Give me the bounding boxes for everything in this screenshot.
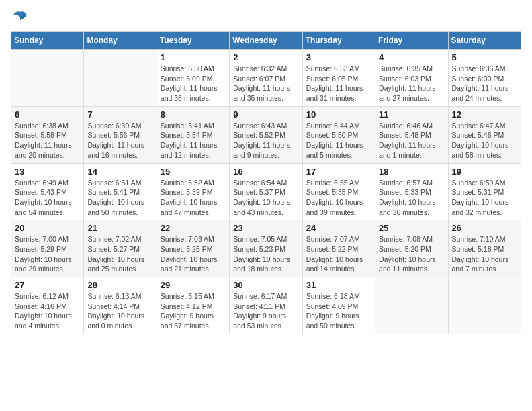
day-number: 19 xyxy=(452,167,517,177)
weekday-header-wednesday: Wednesday xyxy=(230,32,302,50)
calendar-week-5: 27Sunrise: 6:12 AM Sunset: 4:16 PM Dayli… xyxy=(11,277,521,334)
day-number: 31 xyxy=(306,280,371,290)
day-number: 30 xyxy=(233,280,298,290)
calendar-cell: 16Sunrise: 6:54 AM Sunset: 5:37 PM Dayli… xyxy=(230,163,302,220)
calendar-week-2: 6Sunrise: 6:38 AM Sunset: 5:58 PM Daylig… xyxy=(11,106,521,163)
day-number: 5 xyxy=(452,52,517,62)
weekday-header-sunday: Sunday xyxy=(11,32,84,50)
weekday-header-thursday: Thursday xyxy=(302,32,375,50)
day-number: 3 xyxy=(306,52,371,62)
calendar-cell: 19Sunrise: 6:59 AM Sunset: 5:31 PM Dayli… xyxy=(448,163,521,220)
day-number: 11 xyxy=(379,109,444,120)
day-info: Sunrise: 6:13 AM Sunset: 4:14 PM Dayligh… xyxy=(87,291,152,331)
calendar-cell: 9Sunrise: 6:43 AM Sunset: 5:52 PM Daylig… xyxy=(230,106,302,163)
logo xyxy=(11,11,28,24)
calendar-cell: 31Sunrise: 6:18 AM Sunset: 4:09 PM Dayli… xyxy=(302,277,375,334)
calendar-cell: 21Sunrise: 7:02 AM Sunset: 5:27 PM Dayli… xyxy=(84,220,157,277)
day-number: 16 xyxy=(233,167,298,177)
calendar-cell: 7Sunrise: 6:39 AM Sunset: 5:56 PM Daylig… xyxy=(84,106,157,163)
calendar-cell: 27Sunrise: 6:12 AM Sunset: 4:16 PM Dayli… xyxy=(11,277,84,334)
logo-bird-icon xyxy=(12,11,28,24)
day-info: Sunrise: 7:07 AM Sunset: 5:22 PM Dayligh… xyxy=(306,234,371,274)
calendar-cell: 10Sunrise: 6:44 AM Sunset: 5:50 PM Dayli… xyxy=(302,106,375,163)
day-number: 20 xyxy=(15,223,80,233)
day-number: 26 xyxy=(452,223,517,233)
day-number: 9 xyxy=(233,109,298,120)
day-info: Sunrise: 6:33 AM Sunset: 6:05 PM Dayligh… xyxy=(306,64,371,103)
day-info: Sunrise: 6:18 AM Sunset: 4:09 PM Dayligh… xyxy=(306,291,371,331)
calendar-cell: 1Sunrise: 6:30 AM Sunset: 6:09 PM Daylig… xyxy=(157,50,229,107)
day-info: Sunrise: 6:57 AM Sunset: 5:33 PM Dayligh… xyxy=(379,178,444,218)
day-number: 17 xyxy=(306,167,371,177)
day-number: 7 xyxy=(87,109,152,120)
day-info: Sunrise: 7:10 AM Sunset: 5:18 PM Dayligh… xyxy=(452,234,517,274)
day-number: 4 xyxy=(379,52,444,62)
day-info: Sunrise: 6:54 AM Sunset: 5:37 PM Dayligh… xyxy=(233,178,298,218)
day-info: Sunrise: 6:41 AM Sunset: 5:54 PM Dayligh… xyxy=(161,121,226,161)
day-number: 8 xyxy=(161,109,226,120)
calendar-cell: 8Sunrise: 6:41 AM Sunset: 5:54 PM Daylig… xyxy=(157,106,229,163)
weekday-header-monday: Monday xyxy=(84,32,157,50)
calendar-cell: 22Sunrise: 7:03 AM Sunset: 5:25 PM Dayli… xyxy=(157,220,229,277)
day-info: Sunrise: 7:00 AM Sunset: 5:29 PM Dayligh… xyxy=(15,234,80,274)
calendar-table: SundayMondayTuesdayWednesdayThursdayFrid… xyxy=(11,31,521,334)
calendar-cell: 2Sunrise: 6:32 AM Sunset: 6:07 PM Daylig… xyxy=(230,50,302,107)
day-number: 1 xyxy=(161,52,226,62)
calendar-cell: 23Sunrise: 7:05 AM Sunset: 5:23 PM Dayli… xyxy=(230,220,302,277)
day-number: 14 xyxy=(87,167,152,177)
calendar-cell: 24Sunrise: 7:07 AM Sunset: 5:22 PM Dayli… xyxy=(302,220,375,277)
calendar-cell: 17Sunrise: 6:55 AM Sunset: 5:35 PM Dayli… xyxy=(302,163,375,220)
page-header xyxy=(11,11,521,24)
day-number: 18 xyxy=(379,167,444,177)
day-number: 13 xyxy=(15,167,80,177)
calendar-cell: 28Sunrise: 6:13 AM Sunset: 4:14 PM Dayli… xyxy=(84,277,157,334)
day-number: 23 xyxy=(233,223,298,233)
day-info: Sunrise: 7:08 AM Sunset: 5:20 PM Dayligh… xyxy=(379,234,444,274)
day-info: Sunrise: 7:05 AM Sunset: 5:23 PM Dayligh… xyxy=(233,234,298,274)
day-info: Sunrise: 6:52 AM Sunset: 5:39 PM Dayligh… xyxy=(161,178,226,218)
day-number: 29 xyxy=(161,280,226,290)
calendar-cell: 15Sunrise: 6:52 AM Sunset: 5:39 PM Dayli… xyxy=(157,163,229,220)
day-info: Sunrise: 6:35 AM Sunset: 6:03 PM Dayligh… xyxy=(379,64,444,103)
day-info: Sunrise: 6:12 AM Sunset: 4:16 PM Dayligh… xyxy=(15,291,80,331)
calendar-cell: 20Sunrise: 7:00 AM Sunset: 5:29 PM Dayli… xyxy=(11,220,84,277)
day-number: 22 xyxy=(161,223,226,233)
calendar-week-1: 1Sunrise: 6:30 AM Sunset: 6:09 PM Daylig… xyxy=(11,50,521,107)
calendar-cell: 4Sunrise: 6:35 AM Sunset: 6:03 PM Daylig… xyxy=(375,50,448,107)
calendar-cell: 14Sunrise: 6:51 AM Sunset: 5:41 PM Dayli… xyxy=(84,163,157,220)
calendar-cell: 29Sunrise: 6:15 AM Sunset: 4:12 PM Dayli… xyxy=(157,277,229,334)
calendar-cell xyxy=(11,50,84,107)
day-info: Sunrise: 6:32 AM Sunset: 6:07 PM Dayligh… xyxy=(233,64,298,103)
calendar-cell: 25Sunrise: 7:08 AM Sunset: 5:20 PM Dayli… xyxy=(375,220,448,277)
day-number: 6 xyxy=(15,109,80,120)
day-number: 21 xyxy=(87,223,152,233)
day-number: 10 xyxy=(306,109,371,120)
day-info: Sunrise: 7:02 AM Sunset: 5:27 PM Dayligh… xyxy=(87,234,152,274)
day-info: Sunrise: 6:55 AM Sunset: 5:35 PM Dayligh… xyxy=(306,178,371,218)
calendar-cell: 18Sunrise: 6:57 AM Sunset: 5:33 PM Dayli… xyxy=(375,163,448,220)
calendar-cell: 26Sunrise: 7:10 AM Sunset: 5:18 PM Dayli… xyxy=(448,220,521,277)
day-info: Sunrise: 6:59 AM Sunset: 5:31 PM Dayligh… xyxy=(452,178,517,218)
day-info: Sunrise: 6:30 AM Sunset: 6:09 PM Dayligh… xyxy=(161,64,226,103)
calendar-cell: 5Sunrise: 6:36 AM Sunset: 6:00 PM Daylig… xyxy=(448,50,521,107)
weekday-header-saturday: Saturday xyxy=(448,32,521,50)
calendar-cell: 3Sunrise: 6:33 AM Sunset: 6:05 PM Daylig… xyxy=(302,50,375,107)
calendar-week-4: 20Sunrise: 7:00 AM Sunset: 5:29 PM Dayli… xyxy=(11,220,521,277)
calendar-header-row: SundayMondayTuesdayWednesdayThursdayFrid… xyxy=(11,32,521,50)
day-info: Sunrise: 6:44 AM Sunset: 5:50 PM Dayligh… xyxy=(306,121,371,161)
day-info: Sunrise: 6:15 AM Sunset: 4:12 PM Dayligh… xyxy=(161,291,226,331)
day-info: Sunrise: 6:17 AM Sunset: 4:11 PM Dayligh… xyxy=(233,291,298,331)
calendar-cell xyxy=(448,277,521,334)
day-number: 25 xyxy=(379,223,444,233)
weekday-header-friday: Friday xyxy=(375,32,448,50)
day-number: 12 xyxy=(452,109,517,120)
day-info: Sunrise: 6:46 AM Sunset: 5:48 PM Dayligh… xyxy=(379,121,444,161)
day-number: 2 xyxy=(233,52,298,62)
calendar-cell: 6Sunrise: 6:38 AM Sunset: 5:58 PM Daylig… xyxy=(11,106,84,163)
day-info: Sunrise: 6:36 AM Sunset: 6:00 PM Dayligh… xyxy=(452,64,517,103)
day-info: Sunrise: 7:03 AM Sunset: 5:25 PM Dayligh… xyxy=(161,234,226,274)
day-number: 15 xyxy=(161,167,226,177)
calendar-cell xyxy=(375,277,448,334)
day-info: Sunrise: 6:43 AM Sunset: 5:52 PM Dayligh… xyxy=(233,121,298,161)
day-info: Sunrise: 6:39 AM Sunset: 5:56 PM Dayligh… xyxy=(87,121,152,161)
